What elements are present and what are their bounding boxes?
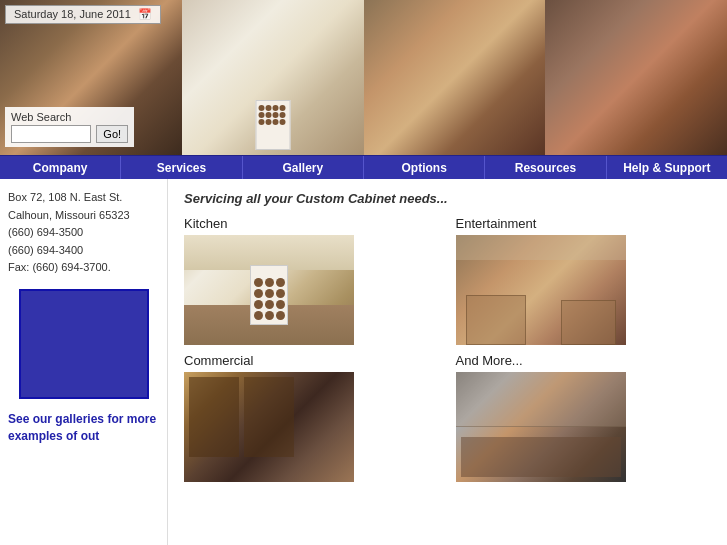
fax: Fax: (660) 694-3700. [8, 259, 159, 277]
content-area: Servicing all your Custom Cabinet needs.… [168, 179, 727, 545]
address-line2: Calhoun, Missouri 65323 [8, 207, 159, 225]
more-image[interactable] [456, 372, 626, 482]
nav-resources[interactable]: Resources [485, 156, 606, 179]
gallery-section-commercial: Commercial [184, 353, 440, 482]
phone2: (660) 694-3400 [8, 242, 159, 260]
search-go-button[interactable]: Go! [96, 125, 128, 143]
navigation-bar: Company Services Gallery Options Resourc… [0, 155, 727, 179]
date-icon: 📅 [138, 8, 152, 20]
commercial-title: Commercial [184, 353, 440, 368]
gallery-section-more: And More... [456, 353, 712, 482]
nav-help-support[interactable]: Help & Support [607, 156, 727, 179]
banner-image-2 [182, 0, 364, 155]
phone1: (660) 694-3500 [8, 224, 159, 242]
nav-options[interactable]: Options [364, 156, 485, 179]
banner-image-3 [364, 0, 546, 155]
gallery-grid: Kitchen [184, 216, 711, 482]
banner-image-4 [545, 0, 727, 155]
sidebar: Box 72, 108 N. East St. Calhoun, Missour… [0, 179, 168, 545]
main-content: Box 72, 108 N. East St. Calhoun, Missour… [0, 179, 727, 545]
tagline: Servicing all your Custom Cabinet needs.… [184, 191, 711, 206]
commercial-image[interactable] [184, 372, 354, 482]
search-label: Web Search [11, 111, 128, 123]
date-display: Saturday 18, June 2011 📅 [5, 5, 161, 24]
nav-gallery[interactable]: Gallery [243, 156, 364, 179]
entertainment-image[interactable] [456, 235, 626, 345]
gallery-section-entertainment: Entertainment [456, 216, 712, 345]
search-area: Web Search Go! [5, 107, 134, 147]
sidebar-address: Box 72, 108 N. East St. Calhoun, Missour… [8, 189, 159, 277]
more-title: And More... [456, 353, 712, 368]
address-line1: Box 72, 108 N. East St. [8, 189, 159, 207]
gallery-section-kitchen: Kitchen [184, 216, 440, 345]
nav-company[interactable]: Company [0, 156, 121, 179]
header-banner: Saturday 18, June 2011 📅 Web Search Go! [0, 0, 727, 155]
entertainment-title: Entertainment [456, 216, 712, 231]
date-text: Saturday 18, June 2011 [14, 8, 131, 20]
nav-services[interactable]: Services [121, 156, 242, 179]
sidebar-blue-box [19, 289, 149, 399]
kitchen-title: Kitchen [184, 216, 440, 231]
sidebar-gallery-text: See our galleries for more examples of o… [8, 411, 159, 445]
kitchen-image[interactable] [184, 235, 354, 345]
search-input[interactable] [11, 125, 91, 143]
